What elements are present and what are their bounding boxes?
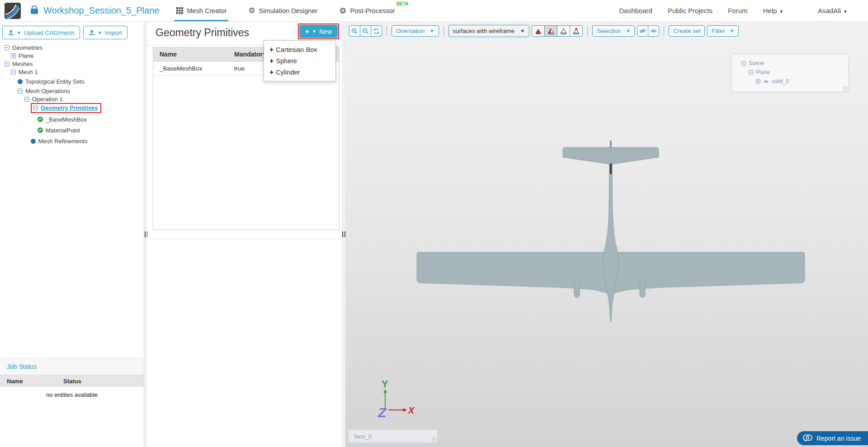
collapse-box-icon[interactable]: −: [5, 61, 9, 66]
eye-icon[interactable]: [763, 80, 769, 84]
create-set-button[interactable]: Create set: [669, 25, 705, 37]
tab-mesh-creator[interactable]: Mesh Creator: [175, 0, 228, 21]
selection-dropdown[interactable]: Selection ▼: [592, 25, 635, 37]
collapse-box-icon[interactable]: −: [5, 45, 9, 50]
axis-z-label: Z: [377, 405, 387, 420]
expand-box-icon[interactable]: +: [756, 79, 760, 84]
resize-handle[interactable]: [432, 437, 436, 442]
zoom-out-icon: [362, 28, 369, 35]
left-sidebar: ▼ Upload CAD/mesh ▼ Import − Geometries: [0, 21, 144, 447]
visibility-button-group: [637, 25, 659, 37]
collapse-box-icon[interactable]: −: [11, 70, 16, 75]
orientation-dropdown[interactable]: Orientation ▼: [392, 25, 439, 37]
upload-cad-mesh-button[interactable]: ▼ Upload CAD/mesh: [2, 26, 80, 39]
eye-icon: [650, 28, 657, 34]
plane-model[interactable]: [416, 136, 814, 343]
scene-item-plane[interactable]: − Plane: [741, 68, 849, 77]
collapse-box-icon[interactable]: −: [749, 70, 753, 75]
lock-icon: [31, 9, 38, 14]
render-mode-select[interactable]: surfaces with wireframe ▼: [448, 25, 529, 37]
tree-item-basemeshbox[interactable]: ✔ _BaseMeshBox: [0, 115, 144, 123]
collapse-box-icon[interactable]: −: [33, 105, 38, 110]
plus-icon: +: [305, 28, 309, 36]
surface-points-button[interactable]: [570, 25, 583, 37]
nav-menu-help[interactable]: Help▼: [763, 7, 783, 14]
show-all-button[interactable]: [648, 25, 659, 37]
reset-view-button[interactable]: [371, 25, 382, 37]
surface-wireframe-button[interactable]: [557, 25, 570, 37]
new-primitive-dropdown-menu: + Cartesian Box + Sphere + Cylinder: [264, 40, 336, 81]
simscale-logo-icon[interactable]: [5, 3, 21, 19]
tree-item-mesh-1[interactable]: − Mesh 1: [0, 68, 144, 76]
tab-label: Simulation Designer: [259, 7, 318, 14]
nav-link-forum[interactable]: Forum: [728, 7, 747, 14]
new-button[interactable]: + ▼ New: [299, 25, 338, 38]
surface-half-button[interactable]: [544, 25, 557, 37]
tree-item-plane[interactable]: + Plane: [0, 52, 144, 60]
plus-icon: +: [269, 68, 274, 76]
menu-item-cartesian-box[interactable]: + Cartesian Box: [264, 44, 335, 55]
tree-item-meshes[interactable]: − Meshes: [0, 60, 144, 68]
annotation-red-box: − Geometry Primitives: [31, 103, 101, 113]
chevron-down-icon: ▼: [17, 30, 21, 35]
collapse-box-icon[interactable]: −: [18, 89, 23, 94]
cone-red-dot-icon: [572, 28, 580, 35]
job-status-table-header: Name Status: [0, 375, 144, 387]
viewport-toolbar: Orientation ▼ surfaces with wireframe ▼: [349, 25, 739, 37]
menu-item-sphere[interactable]: + Sphere: [264, 55, 335, 66]
tree-item-mesh-operations[interactable]: − Mesh Operations: [0, 87, 144, 95]
viewport-3d[interactable]: Orientation ▼ surfaces with wireframe ▼: [345, 21, 868, 447]
nav-link-dashboard[interactable]: Dashboard: [619, 7, 652, 14]
collapse-box-icon[interactable]: −: [741, 61, 746, 66]
plus-icon: +: [269, 57, 274, 65]
chevron-down-icon: ▼: [98, 30, 102, 35]
tree-item-geometry-primitives[interactable]: − Geometry Primitives: [0, 103, 144, 113]
zoom-out-button[interactable]: [360, 25, 371, 37]
user-menu[interactable]: AsadAli▼: [818, 7, 848, 14]
filter-dropdown[interactable]: Filter ▼: [707, 25, 739, 37]
tree-item-materialpoint[interactable]: ✔ MaterialPoint: [0, 126, 144, 134]
beta-badge: BETA: [396, 1, 408, 6]
tree-item-topological-entity-sets[interactable]: Topological Entity Sets: [0, 77, 144, 85]
panel-divider: [153, 239, 340, 239]
menu-item-cylinder[interactable]: + Cylinder: [264, 66, 335, 78]
hide-selected-button[interactable]: [637, 25, 648, 37]
scene-item-scene[interactable]: − Scene: [741, 59, 849, 68]
app-window: Workshop_Session_5_Plane Mesh Creator ⚙ …: [0, 0, 868, 447]
face-label: face_0: [354, 433, 372, 440]
report-issue-button[interactable]: Report an issue: [797, 431, 868, 445]
face-label-box[interactable]: face_0: [348, 429, 438, 443]
tree-item-mesh-refinements[interactable]: Mesh Refinements: [0, 137, 144, 145]
tree-item-geometries[interactable]: − Geometries: [0, 43, 144, 52]
job-status-panel: Job Status Name Status no entities avail…: [0, 358, 144, 447]
zoom-in-button[interactable]: [349, 25, 360, 37]
collapse-box-icon[interactable]: −: [24, 97, 29, 102]
expand-box-icon[interactable]: +: [11, 53, 16, 58]
sidebar-splitter[interactable]: [144, 21, 147, 447]
import-button[interactable]: ▼ Import: [83, 26, 127, 39]
gear-solid-icon: ⚙: [339, 7, 346, 15]
tab-post-processor[interactable]: ⚙ Post-Processor BETA: [337, 0, 396, 21]
cell-name: _BaseMeshBox: [153, 65, 234, 72]
main-body: ▼ Upload CAD/mesh ▼ Import − Geometries: [0, 21, 868, 447]
scene-item-solid-0[interactable]: + solid_0: [741, 77, 849, 86]
surface-solid-button[interactable]: [532, 25, 545, 37]
scene-tree-overlay: − Scene − Plane + solid_0: [731, 54, 849, 92]
tree-item-operation-1[interactable]: − Operation 1: [0, 95, 144, 103]
nav-link-public-projects[interactable]: Public Projects: [668, 7, 712, 14]
boom-shadow: [610, 164, 612, 174]
upload-icon: [89, 29, 95, 36]
resize-handle[interactable]: [843, 86, 848, 91]
blue-dot-icon: [18, 79, 23, 84]
panel-splitter[interactable]: [342, 21, 345, 447]
camera-bubble-icon: [803, 434, 812, 442]
geometry-primitives-panel: Geometry Primitives + ▼ New Name Mandato…: [147, 21, 342, 447]
tab-simulation-designer[interactable]: ⚙ Simulation Designer: [246, 0, 319, 21]
top-navbar: Workshop_Session_5_Plane Mesh Creator ⚙ …: [0, 0, 868, 22]
navbar-right: Dashboard Public Projects Forum Help▼ As…: [619, 7, 868, 14]
job-status-empty-message: no entities available: [0, 391, 144, 398]
job-status-title: Job Status: [0, 358, 144, 375]
grid-icon: [176, 7, 183, 14]
chevron-down-icon: ▼: [843, 9, 848, 14]
green-check-icon: ✔: [38, 117, 43, 122]
